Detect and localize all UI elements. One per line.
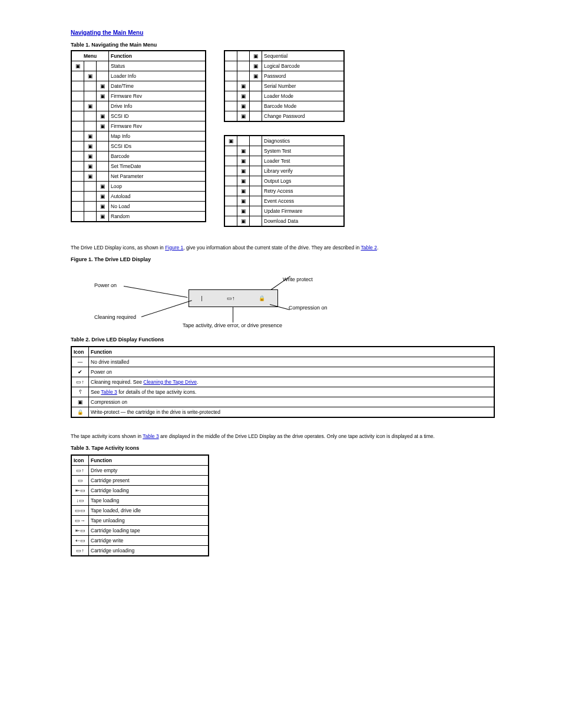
table-row: ▣SCSI ID — [71, 111, 206, 121]
th-tape-func: Function — [89, 455, 209, 466]
menu-icon-cell — [250, 136, 262, 146]
menu-icon-cell — [224, 166, 237, 176]
link-table2[interactable]: Table 2 — [361, 245, 376, 251]
table-row: ▣System Test — [224, 146, 344, 156]
menu-function-cell: Drive Info — [109, 101, 206, 111]
led-icon-cell: 🔒 — [71, 407, 89, 418]
tape-icon-cell: ▭↑ — [71, 546, 89, 556]
menu-icon-cell — [71, 151, 84, 162]
menu-icon-cell: ▣ — [97, 111, 109, 121]
menu-function-cell: Firmware Rev — [109, 121, 206, 131]
link-cleaning[interactable]: Cleaning the Tape Drive — [143, 379, 197, 385]
menu-function-cell: Barcode Mode — [262, 101, 345, 111]
tape-icon-cell: ▭↑ — [71, 466, 89, 476]
table-drive-leds: Icon Function —No drive installed✔Power … — [71, 346, 495, 418]
menu-icon-cell — [224, 176, 237, 186]
table-row: ▣Compression on — [71, 397, 494, 407]
table-row: ▣Firmware Rev — [71, 91, 206, 101]
table-row: ▣Loop — [71, 182, 206, 192]
menu-icon-cell: ▣ — [250, 61, 262, 71]
link-table3[interactable]: Table 3 — [143, 433, 158, 439]
table-row: ▣SCSI IDs — [71, 141, 206, 151]
menu-icon-cell — [224, 216, 237, 227]
table-row: ▣Sequential — [224, 51, 344, 61]
led-icon-cell: ▣ — [71, 397, 89, 407]
menu-function-cell: Loader Info — [109, 71, 206, 81]
menu-function-cell: Loader Test — [262, 156, 345, 166]
menu-function-cell: Logical Barcode — [262, 61, 345, 71]
menu-function-cell: No Load — [109, 202, 206, 212]
tape-icon-cell: ▭▭ — [71, 506, 89, 516]
th-tape-icon: Icon — [71, 455, 89, 466]
menu-icon-cell: ▣ — [97, 121, 109, 131]
menu-icon-cell: ▣ — [84, 141, 97, 151]
led-activity-icon: ▭↑ — [227, 295, 235, 301]
menu-function-cell: Status — [109, 61, 206, 71]
menu-icon-cell — [250, 91, 262, 101]
menu-icon-cell: ▣ — [237, 196, 250, 206]
menu-icon-cell — [250, 176, 262, 186]
menu-icon-cell: ▣ — [97, 212, 109, 222]
menu-icon-cell — [250, 196, 262, 206]
table-tape-icons: Icon Function ▭↑Drive empty▭Cartridge pr… — [71, 454, 209, 556]
menu-icon-cell — [224, 61, 237, 71]
menu-icon-cell: ▣ — [97, 91, 109, 101]
table-row: ▣Serial Number — [224, 81, 344, 91]
menu-icon-cell: ▣ — [237, 101, 250, 111]
table-row: ▣Logical Barcode — [224, 61, 344, 71]
table-row: ▣Random — [71, 212, 206, 222]
link-figure1[interactable]: Figure 1 — [165, 245, 183, 251]
menu-icon-cell — [84, 91, 97, 101]
table-row: ▣Output Logs — [224, 176, 344, 186]
led-func-cell: Compression on — [89, 397, 495, 407]
table-row: ▣Barcode Mode — [224, 101, 344, 111]
table-row: ▭↑Cleaning required. See Cleaning the Ta… — [71, 377, 494, 387]
drive-led-intro: The Drive LED Display icons, as shown in… — [71, 245, 491, 251]
tape-func-cell: Cartridge write — [89, 536, 209, 546]
menu-function-cell: Set TimeDate — [109, 162, 206, 172]
menu-icon-cell: ▣ — [237, 81, 250, 91]
table-row: ▭→Tape unloading — [71, 516, 209, 526]
menu-icon-cell: ▣ — [237, 206, 250, 216]
table1-caption: Table 1. Navigating the Main Menu — [71, 42, 491, 48]
menu-function-cell: Autoload — [109, 192, 206, 202]
th-led-func: Function — [89, 347, 495, 357]
menu-icon-cell: ▣ — [71, 61, 84, 71]
table-row: ▭Cartridge present — [71, 476, 209, 486]
menu-icon-cell — [71, 81, 84, 91]
table-row: ▣Download Data — [224, 216, 344, 227]
table-row: ▭▭Tape loaded, drive idle — [71, 506, 209, 516]
table-row: ▣Autoload — [71, 192, 206, 202]
menu-icon-cell — [250, 101, 262, 111]
led-icon-cell: ✔ — [71, 367, 89, 377]
table-row: ▣Loader Info — [71, 71, 206, 81]
th-function: Function — [109, 51, 206, 61]
table-row: ▣Status — [71, 61, 206, 71]
menu-icon-cell — [97, 141, 109, 151]
menu-icon-cell — [224, 91, 237, 101]
menu-icon-cell — [250, 156, 262, 166]
table-main-menu-right-bottom: ▣Diagnostics▣System Test▣Loader Test▣Lib… — [224, 135, 345, 227]
menu-icon-cell — [224, 81, 237, 91]
menu-icon-cell: ▣ — [97, 202, 109, 212]
th-menu: Menu — [71, 51, 109, 61]
menu-icon-cell — [224, 196, 237, 206]
tape-icon-cell: ▭ — [71, 476, 89, 486]
table-row: ▣Diagnostics — [224, 136, 344, 146]
table-row: ▣Retry Access — [224, 186, 344, 196]
label-activity: Tape activity, drive error, or drive pre… — [183, 322, 282, 328]
led-icon-cell: ▭↑ — [71, 377, 89, 387]
menu-icon-cell — [224, 101, 237, 111]
menu-icon-cell — [224, 71, 237, 81]
tape-activity-intro: The tape activity icons shown in Table 3… — [71, 433, 491, 439]
label-power-on: Power on — [94, 282, 117, 288]
link-table3-inline[interactable]: Table 3 — [101, 389, 117, 395]
menu-icon-cell — [71, 101, 84, 111]
figure-drive-led: | ▭↑ 🔒 Power on Cleaning required Write … — [71, 272, 348, 331]
table2-caption: Table 2. Drive LED Display Functions — [71, 337, 491, 342]
tape-func-cell: Tape unloading — [89, 516, 209, 526]
table3-caption: Table 3. Tape Activity Icons — [71, 445, 491, 451]
led-lock-icon: 🔒 — [259, 295, 265, 301]
menu-icon-cell: ▣ — [84, 131, 97, 141]
menu-function-cell: SCSI IDs — [109, 141, 206, 151]
